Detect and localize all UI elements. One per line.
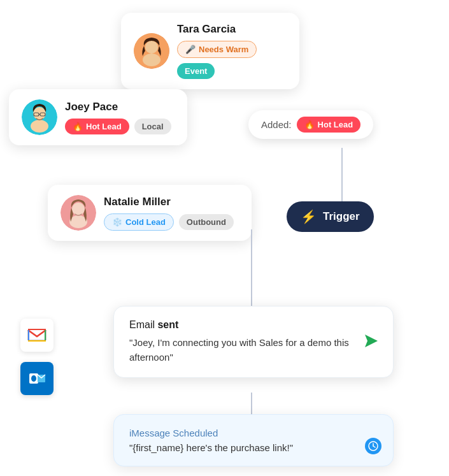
svg-point-4 (33, 107, 46, 120)
send-icon (362, 332, 380, 350)
added-badge-hot: 🔥 Hot Lead (297, 117, 361, 133)
gmail-icon (20, 319, 53, 352)
joey-avatar (22, 99, 57, 135)
gmail-svg (27, 328, 47, 343)
email-sent-bold: sent (157, 319, 178, 330)
natalie-badge-cold: ❄️ Cold Lead (104, 213, 174, 231)
trigger-label: Trigger (323, 210, 360, 223)
email-title: Email sent (129, 319, 378, 331)
joey-badge-hot: 🔥 Hot Lead (65, 119, 129, 134)
svg-line-24 (373, 446, 375, 447)
tara-avatar-img (134, 33, 169, 69)
natalie-card: Natalie Miller ❄️ Cold Lead Outbound (48, 185, 252, 241)
tara-avatar-svg (134, 33, 169, 69)
svg-point-1 (145, 41, 158, 54)
joey-badges: 🔥 Hot Lead Local (65, 119, 171, 134)
tara-badge-event: Event (177, 63, 215, 79)
added-hot-lead-badge: Added: 🔥 Hot Lead (248, 110, 373, 139)
joey-badge-local: Local (134, 119, 171, 134)
joey-info: Joey Pace 🔥 Hot Lead Local (65, 101, 171, 134)
svg-point-5 (31, 120, 48, 133)
imessage-body: "{first_name} here's the purchase link!" (129, 442, 378, 453)
lightning-icon: ⚡ (301, 209, 317, 224)
fire-icon: 🔥 (73, 122, 83, 131)
tara-card: Tara Garcia 🎤 Needs Warm Event (121, 13, 299, 89)
natalie-avatar (61, 195, 96, 231)
joey-avatar-svg (22, 99, 57, 135)
natalie-avatar-svg (61, 195, 96, 231)
joey-name: Joey Pace (65, 101, 171, 113)
email-body: "Joey, I'm connecting you with Sales for… (129, 336, 378, 364)
natalie-badges: ❄️ Cold Lead Outbound (104, 213, 234, 231)
natalie-info: Natalie Miller ❄️ Cold Lead Outbound (104, 196, 234, 231)
imessage-card: iMessage Scheduled "{first_name} here's … (113, 414, 394, 466)
svg-rect-14 (45, 330, 46, 340)
clock-svg (368, 441, 378, 451)
mic-icon: 🎤 (185, 45, 196, 54)
snowflake-icon: ❄️ (112, 217, 122, 227)
svg-point-19 (31, 375, 36, 382)
tara-badges: 🎤 Needs Warm Event (177, 41, 287, 79)
scene: Tara Garcia 🎤 Needs Warm Event (0, 0, 449, 476)
svg-point-2 (143, 54, 160, 66)
natalie-badge-outbound: Outbound (179, 214, 234, 230)
fire-icon-2: 🔥 (304, 120, 315, 129)
trigger-badge: ⚡ Trigger (287, 201, 374, 232)
svg-rect-15 (28, 340, 46, 342)
tara-badge-warm: 🎤 Needs Warm (177, 41, 257, 58)
tara-info: Tara Garcia 🎤 Needs Warm Event (177, 23, 287, 79)
email-card: Email sent "Joey, I'm connecting you wit… (113, 306, 394, 378)
natalie-name: Natalie Miller (104, 196, 234, 208)
tara-name: Tara Garcia (177, 23, 287, 36)
svg-rect-13 (28, 330, 29, 340)
svg-marker-21 (365, 335, 378, 347)
connector-v2 (251, 229, 252, 312)
outlook-svg (27, 368, 47, 389)
mail-icons-group (20, 319, 53, 395)
svg-rect-16 (28, 329, 46, 330)
joey-card: Joey Pace 🔥 Hot Lead Local (9, 89, 187, 145)
imessage-title: iMessage Scheduled (129, 428, 378, 438)
outlook-icon (20, 362, 53, 395)
tara-avatar (134, 33, 169, 69)
svg-point-10 (72, 203, 85, 215)
clock-icon (365, 438, 381, 454)
added-label: Added: (261, 119, 292, 130)
